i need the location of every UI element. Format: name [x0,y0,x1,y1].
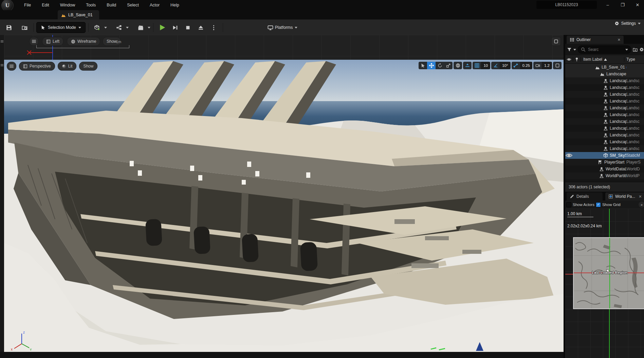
settings-dropdown[interactable]: Settings [614,21,641,26]
tab-details[interactable]: Details [567,192,603,201]
viewport-menu-button[interactable] [7,62,16,71]
selection-mode-dropdown[interactable]: Selection Mode [36,22,86,33]
chevron-down-icon[interactable] [148,27,150,29]
coordinate-space-button[interactable] [454,62,462,69]
eject-button[interactable] [195,22,207,33]
play-options-button[interactable] [208,22,220,33]
platforms-dropdown[interactable]: Platforms [266,22,298,33]
outliner-row-worlddatala[interactable]: WorldDataLaWorldD [565,166,644,172]
minimize-button[interactable]: – [603,1,613,9]
blueprints-button[interactable] [113,22,125,33]
main-3d-viewport[interactable]: Perspective Lit Show 10 [4,60,564,352]
outliner-row-landscape[interactable]: LandscapeLandsc [565,145,644,152]
skip-frame-button[interactable] [169,22,181,33]
menu-item-build[interactable]: Build [102,1,121,9]
selection-gizmo-marks [430,346,450,351]
outliner-search[interactable] [578,45,631,54]
close-icon[interactable]: ✕ [618,38,621,42]
close-icon[interactable]: ✕ [639,194,642,199]
outliner-row-landscape[interactable]: LandscapeLandsc [565,98,644,105]
menu-item-file[interactable]: File [20,1,35,9]
outliner-row-landscape[interactable]: LandscapeLandsc [565,132,644,138]
outliner-row-landscape[interactable]: LandscapeLandsc [565,125,644,132]
world-partition-minimap[interactable]: Last Loaded Region [573,237,644,309]
outliner-row-landscape[interactable]: LandscapeLandsc [565,77,644,84]
menu-item-select[interactable]: Select [123,1,143,9]
select-tool-button[interactable] [419,62,427,69]
outliner-row-landscape[interactable]: Landscape [565,71,644,77]
filter-icon[interactable] [567,47,572,52]
rotation-snap-toggle[interactable] [491,62,500,69]
new-folder-icon[interactable] [633,47,638,52]
show-dropdown[interactable]: Show [79,62,97,71]
tab-world-partition[interactable]: World Pa... ✕ [605,192,644,201]
outliner-row-landscape[interactable]: LandscapeLandsc [565,118,644,125]
chevron-down-icon[interactable] [573,49,576,51]
viewport-menu-button[interactable] [29,37,39,46]
menu-item-help[interactable]: Help [166,1,184,9]
show-grid-checkbox[interactable]: ✓ [596,202,601,207]
perspective-dropdown[interactable]: Perspective [19,62,55,71]
add-actor-button[interactable] [91,22,104,33]
rail-hamburger-icon[interactable] [0,39,4,44]
outliner-row-sm-skysp[interactable]: SM_SkySpStaticM [565,152,644,159]
stop-button[interactable] [182,22,194,33]
proxy-icon [603,78,608,83]
proxy-icon [603,106,608,110]
view-mode-left-dropdown[interactable]: Left [42,37,63,46]
surface-snap-button[interactable] [463,62,472,69]
chevron-down-icon[interactable] [104,27,107,29]
menu-item-tools[interactable]: Tools [81,1,100,9]
column-item-label[interactable]: Item Label [581,57,624,62]
menu-item-edit[interactable]: Edit [37,1,54,9]
ortho-viewport-left[interactable]: z Left Wireframe Show 1m [4,35,564,60]
render-mode-wireframe-dropdown[interactable]: Wireframe [67,37,100,46]
menu-item-window[interactable]: Window [56,1,79,9]
scale-snap-toggle[interactable] [512,62,520,69]
pin-icon[interactable] [574,57,579,62]
move-tool-button[interactable] [427,62,436,69]
scale-tool-button[interactable] [444,62,453,69]
scale-snap-value[interactable]: 0.25 [520,62,532,69]
outliner-row-landscape[interactable]: LandscapeLandsc [565,91,644,98]
more-options-button[interactable]: » [639,202,644,208]
maximize-viewport-button[interactable] [551,37,561,46]
save-button[interactable] [3,22,15,33]
menu-item-actor[interactable]: Actor [145,1,164,9]
visibility-eye-icon[interactable] [565,152,573,159]
tab-level-lb-save-01[interactable]: LB_Save_01 [58,10,99,19]
chevron-down-icon[interactable] [625,49,628,51]
lit-mode-dropdown[interactable]: Lit [58,62,77,71]
world-partition-tab-label: World Pa... [615,194,635,199]
angle-icon [493,63,498,68]
world-partition-view[interactable]: 1.00 km 2.02x2.02x0.24 km [565,209,644,358]
cinematics-button[interactable] [135,22,147,33]
tab-outliner[interactable]: Outliner ✕ [567,36,624,44]
maximize-viewport-button[interactable] [553,62,562,69]
outliner-row-playerstart[interactable]: PlayerStartPlayerS [565,159,644,166]
outliner-row-landscape[interactable]: LandscapeLandsc [565,138,644,145]
content-browser-button[interactable] [18,22,31,33]
chevron-down-icon[interactable] [126,27,129,29]
play-button[interactable] [156,22,168,33]
restore-button[interactable]: ❐ [618,1,628,9]
search-input[interactable] [587,47,612,52]
unreal-logo-icon[interactable]: U [1,0,14,12]
grid-snap-value[interactable]: 10 [481,62,490,69]
outliner-row-landscape[interactable]: LandscapeLandsc [565,111,644,118]
camera-speed-value[interactable]: 1.2 [542,62,552,69]
rotate-tool-button[interactable] [436,62,444,69]
grid-snap-toggle[interactable] [473,62,481,69]
show-actors-checkbox[interactable] [566,202,571,207]
outliner-settings-gear-icon[interactable] [639,47,644,52]
close-button[interactable]: ✕ [632,1,643,9]
visibility-eye-icon[interactable] [567,57,571,62]
outliner-row-lb-save-01-editor-[interactable]: LB_Save_01 (Editor) [565,64,644,71]
column-type[interactable]: Type [624,57,644,62]
rail-hamburger-icon[interactable] [0,63,4,68]
outliner-row-worldpartitio[interactable]: WorldPartitioWorldP [565,172,644,179]
outliner-row-landscape[interactable]: LandscapeLandsc [565,105,644,111]
outliner-row-landscape[interactable]: LandscapeLandsc [565,84,644,91]
camera-speed-button[interactable] [533,62,542,69]
rotation-snap-value[interactable]: 10° [500,62,510,69]
